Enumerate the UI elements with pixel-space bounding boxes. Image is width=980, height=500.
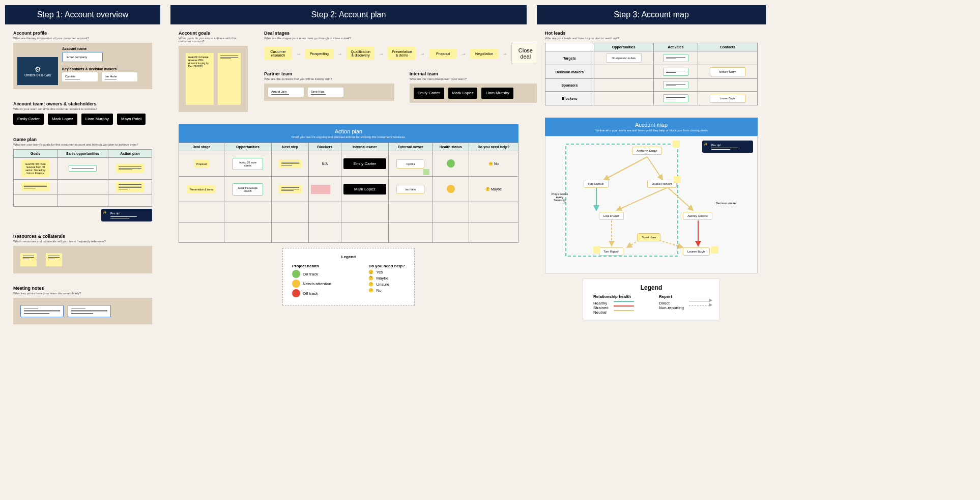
- stage-sticky[interactable]: Presentation & demo: [187, 185, 216, 193]
- contact-card[interactable]: Lauren Boyle: [710, 94, 745, 103]
- legend2-box: Legend Relationship health Healthy Strai…: [583, 279, 720, 320]
- map-sticky[interactable]: [674, 176, 681, 183]
- help-cell: 🤔 Maybe: [469, 177, 518, 202]
- arrow-icon: →: [420, 51, 425, 57]
- arrow-icon: →: [379, 51, 384, 57]
- map-node[interactable]: Aubrey Gittens: [683, 212, 712, 220]
- pro-tip: Pro tip!: [702, 141, 753, 153]
- board: Step 1: Account overview Account profile…: [0, 0, 980, 337]
- meeting-notes-sub: What key points have your team discussed…: [13, 292, 152, 295]
- activity-card[interactable]: [663, 54, 688, 62]
- map-node[interactable]: Anthony Sargyl: [632, 147, 662, 155]
- company-logo: ⚙United Oil & Gas: [17, 57, 58, 85]
- action-sticky[interactable]: [116, 164, 144, 173]
- team-member[interactable]: Maya Patel: [117, 114, 146, 125]
- stage-sticky[interactable]: Proposal: [194, 160, 209, 168]
- pro-tip: Pro tip!: [101, 209, 152, 221]
- map-node[interactable]: Son-in-law: [637, 233, 660, 241]
- resource-sticky[interactable]: [46, 253, 62, 266]
- svg-line-1: [604, 157, 647, 180]
- partner-card[interactable]: Arnold Jain: [268, 88, 304, 97]
- account-name-label: Account name: [62, 47, 148, 50]
- map-sticky[interactable]: [593, 246, 600, 254]
- map-connections: [545, 136, 757, 273]
- opp-sticky[interactable]: Attract 20 more clients: [233, 158, 263, 170]
- nextstep-sticky[interactable]: [279, 185, 302, 193]
- action-plan-table: Deal stageOpportunitiesNext stepBlockers…: [179, 143, 518, 243]
- dot-yellow-icon: [292, 280, 300, 288]
- game-plan-table: GoalsSales opportunitiesAction plan Goal…: [13, 149, 152, 207]
- step1-header: Step 1: Account overview: [5, 5, 160, 24]
- key-contacts-label: Key contacts & decision makers: [62, 67, 148, 71]
- opp-sticky[interactable]: Close the Europe branch: [233, 183, 263, 196]
- activity-card[interactable]: [663, 68, 688, 76]
- contact-card[interactable]: Cynthia: [62, 72, 98, 81]
- meeting-note[interactable]: [20, 305, 64, 317]
- stage[interactable]: Prospecting: [305, 49, 333, 59]
- team-member[interactable]: Emily Carter: [13, 114, 44, 125]
- contact-card[interactable]: Anthony Sargyl: [710, 67, 745, 76]
- activity-card[interactable]: [663, 81, 688, 89]
- map-sticky[interactable]: [673, 141, 680, 148]
- svg-line-4: [668, 187, 693, 210]
- stage[interactable]: Customer research: [264, 47, 292, 60]
- resource-sticky[interactable]: [20, 253, 37, 266]
- owner-tag[interactable]: Mark Lopez: [343, 184, 386, 195]
- goal-sticky[interactable]: [218, 53, 241, 105]
- map-node[interactable]: Lauren Boyle: [683, 247, 710, 256]
- account-profile-title: Account profile: [13, 31, 152, 36]
- map-sticky[interactable]: [711, 246, 718, 254]
- arrow-icon: →: [337, 51, 342, 57]
- opportunity-sticky[interactable]: [69, 165, 97, 172]
- ext-owner-sticky[interactable]: Cynthia: [396, 159, 424, 169]
- stage[interactable]: Presentation & demo: [388, 47, 416, 60]
- stage[interactable]: Proposal: [429, 49, 457, 59]
- goal-sticky[interactable]: Goal #1: 5% more revenue from Oil sector…: [21, 160, 49, 177]
- action-sticky[interactable]: [116, 182, 144, 192]
- meeting-note[interactable]: [68, 305, 111, 317]
- map-node[interactable]: Lisa D'Cruz: [599, 212, 624, 220]
- health-dot-green: [447, 159, 455, 168]
- map-node[interactable]: Pat Stumuli: [584, 180, 609, 188]
- line-strained-icon: [614, 305, 634, 307]
- opp-card[interactable]: Oil expansion in Asia: [606, 53, 642, 63]
- account-team-title: Account team: owners & stakeholders: [13, 101, 152, 106]
- goal-sticky[interactable]: Goal #1: Increase revenue 25%. Amount bu…: [186, 53, 214, 105]
- nextstep-sticky[interactable]: [279, 159, 302, 168]
- team-member[interactable]: Liam Murphy: [481, 88, 513, 99]
- status-flag: [423, 169, 429, 175]
- deal-stages-sub: What are the stages your team must go th…: [264, 37, 539, 40]
- team-member[interactable]: Liam Murphy: [81, 114, 113, 125]
- line-neutral-icon: [614, 310, 634, 311]
- emoji-icon: 😕: [368, 282, 373, 287]
- arrow-nonreporting-icon: [689, 305, 709, 306]
- ext-owner-sticky[interactable]: Ian Hahn: [396, 185, 424, 194]
- map-node[interactable]: Duella Pavlova: [647, 180, 677, 188]
- hot-leads-table: OpportunitiesActivitiesContacts Targets …: [545, 43, 758, 105]
- team-member[interactable]: Emily Carter: [414, 88, 444, 99]
- help-cell: 😐 No: [469, 151, 518, 177]
- step1-column: Step 1: Account overview Account profile…: [5, 5, 160, 331]
- owner-tag[interactable]: Emily Carter: [343, 158, 386, 170]
- game-plan-title: Game plan: [13, 137, 152, 142]
- partner-card[interactable]: Tane Kipa: [308, 88, 343, 97]
- team-member[interactable]: Mark Lopez: [448, 88, 478, 99]
- account-map-canvas[interactable]: Anthony Sargyl Pro tip! Pat Stumuli Duel…: [545, 136, 758, 273]
- line-healthy-icon: [614, 301, 634, 302]
- activity-card[interactable]: [663, 94, 688, 102]
- stage[interactable]: Qualification & discovery: [347, 47, 374, 60]
- team-member[interactable]: Mark Lopez: [48, 114, 77, 125]
- dot-green-icon: [292, 270, 300, 278]
- map-node[interactable]: Tom Ripley: [599, 247, 623, 256]
- hot-leads-sub: Who are your leads and how do you plan t…: [545, 37, 758, 40]
- map-annotation: Decision maker: [716, 202, 737, 205]
- contact-card[interactable]: Ian Hahn: [102, 72, 137, 81]
- stage[interactable]: Negotiation: [470, 49, 498, 59]
- svg-line-5: [617, 187, 668, 210]
- blocker-card[interactable]: [311, 185, 330, 194]
- stage-final[interactable]: Close deal: [511, 43, 539, 64]
- dot-red-icon: [292, 289, 300, 297]
- arrow-direct-icon: [689, 301, 709, 301]
- goal-sticky[interactable]: [21, 182, 49, 191]
- account-name-input[interactable]: Enter company: [62, 52, 103, 62]
